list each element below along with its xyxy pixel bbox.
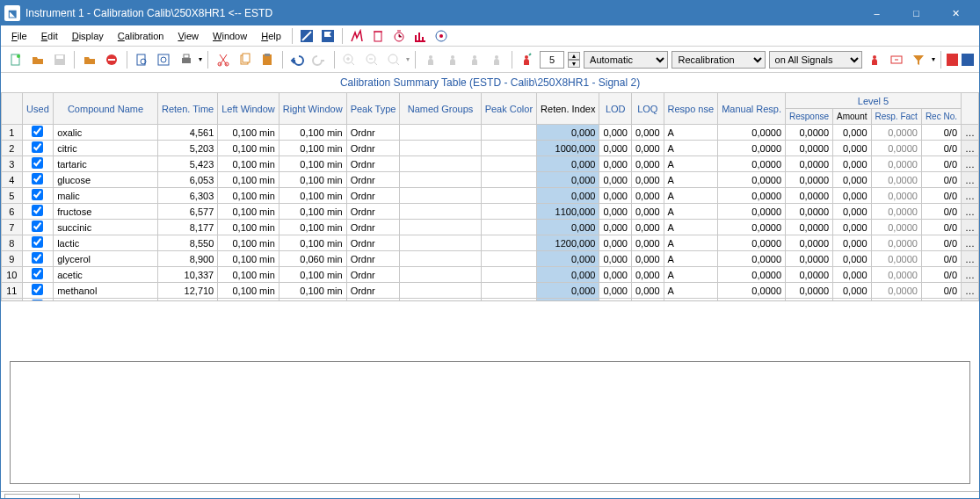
- target-icon[interactable]: [432, 27, 450, 45]
- response-cell[interactable]: 0,0000: [786, 283, 833, 299]
- used-checkbox[interactable]: [22, 172, 53, 188]
- pt-cell[interactable]: Ordnr: [346, 235, 400, 251]
- row-menu-button[interactable]: …: [962, 220, 979, 235]
- rt-cell[interactable]: 5,423: [157, 156, 217, 172]
- rf-cell[interactable]: 0,0000: [871, 283, 921, 299]
- lw-cell[interactable]: 0,100 min: [218, 156, 279, 172]
- help-toggle-icon[interactable]: [298, 27, 316, 45]
- loq-cell[interactable]: 0,000: [631, 220, 664, 235]
- used-checkbox[interactable]: [22, 204, 53, 220]
- rt-cell[interactable]: 12,710: [157, 283, 217, 299]
- response-cell[interactable]: 0,0000: [786, 235, 833, 251]
- menu-file[interactable]: File: [6, 29, 33, 43]
- pt-cell[interactable]: Ordnr: [346, 125, 400, 141]
- ri-cell[interactable]: 0,000: [537, 267, 599, 283]
- used-checkbox[interactable]: [22, 283, 53, 299]
- pt-cell[interactable]: Ordnr: [346, 283, 400, 299]
- pc-cell[interactable]: [481, 251, 536, 267]
- loq-cell[interactable]: 0,000: [631, 172, 664, 188]
- resp-cell[interactable]: A: [664, 172, 718, 188]
- row-menu-button[interactable]: …: [962, 141, 979, 156]
- used-checkbox[interactable]: [22, 188, 53, 204]
- mrf-cell[interactable]: 0,0000: [718, 235, 786, 251]
- rt-cell[interactable]: 6,577: [157, 204, 217, 220]
- response-cell[interactable]: 0,0000: [786, 267, 833, 283]
- rf-cell[interactable]: 0,0000: [871, 141, 921, 156]
- menu-calibration[interactable]: Calibration: [113, 29, 170, 43]
- rt-cell[interactable]: 6,053: [157, 172, 217, 188]
- lw-cell[interactable]: 0,100 min: [218, 141, 279, 156]
- spinner-buttons[interactable]: ▲▼: [568, 52, 580, 68]
- col-ri[interactable]: Reten. Index: [537, 93, 599, 125]
- zoom-in-icon[interactable]: [340, 50, 359, 69]
- rw-cell[interactable]: 0,100 min: [279, 220, 346, 235]
- rf-cell[interactable]: 0,0000: [871, 235, 921, 251]
- row-menu-button[interactable]: …: [962, 283, 979, 299]
- mrf-cell[interactable]: 0,0000: [718, 220, 786, 235]
- color-red[interactable]: [947, 54, 958, 66]
- lw-cell[interactable]: 0,100 min: [218, 188, 279, 204]
- ri-cell[interactable]: 0,000: [537, 283, 599, 299]
- compound-cell[interactable]: lactic: [54, 235, 158, 251]
- tab-glucose[interactable]: glucose: [209, 494, 260, 499]
- pt-cell[interactable]: Ordnr: [346, 267, 400, 283]
- rf-cell[interactable]: 0,0000: [871, 156, 921, 172]
- rt-cell[interactable]: 4,561: [157, 125, 217, 141]
- rt-cell[interactable]: 5,203: [157, 141, 217, 156]
- ri-cell[interactable]: 1100,000: [537, 204, 599, 220]
- tab-tartaric[interactable]: tartaric: [162, 494, 209, 499]
- col-amount[interactable]: Amount: [833, 109, 871, 125]
- resp-cell[interactable]: A: [664, 141, 718, 156]
- rf-cell[interactable]: 0,0000: [871, 251, 921, 267]
- compound-cell[interactable]: methanol: [54, 283, 158, 299]
- rec-cell[interactable]: 0/0: [921, 188, 961, 204]
- compound-cell[interactable]: tartaric: [54, 156, 158, 172]
- mrf-cell[interactable]: 0,0000: [718, 188, 786, 204]
- loq-cell[interactable]: 0,000: [631, 283, 664, 299]
- resp-cell[interactable]: A: [664, 283, 718, 299]
- tab-succinic[interactable]: succinic: [352, 494, 403, 499]
- amount-cell[interactable]: 0,000: [833, 235, 871, 251]
- lw-cell[interactable]: 0,100 min: [218, 283, 279, 299]
- rec-cell[interactable]: 0/0: [921, 235, 961, 251]
- rf-cell[interactable]: 0,0000: [871, 125, 921, 141]
- tab-lactic[interactable]: lactic: [403, 494, 443, 499]
- tab-ethanol[interactable]: ethanol: [594, 494, 643, 499]
- row-menu-button[interactable]: …: [962, 204, 979, 220]
- mode-combo[interactable]: Automatic: [584, 51, 668, 69]
- used-checkbox[interactable]: [22, 267, 53, 283]
- col-lw[interactable]: Left Window: [218, 93, 279, 125]
- lw-cell[interactable]: 0,100 min: [218, 204, 279, 220]
- amount-cell[interactable]: 0,000: [833, 251, 871, 267]
- resp-cell[interactable]: A: [664, 267, 718, 283]
- rf-cell[interactable]: 0,0000: [871, 220, 921, 235]
- mrf-cell[interactable]: 0,0000: [718, 141, 786, 156]
- ri-cell[interactable]: 0,000: [537, 220, 599, 235]
- mrf-cell[interactable]: 0,0000: [718, 125, 786, 141]
- compound-cell[interactable]: glucose: [54, 172, 158, 188]
- man4-icon[interactable]: [488, 50, 506, 69]
- pc-cell[interactable]: [481, 283, 536, 299]
- undo-icon[interactable]: [288, 50, 307, 69]
- pc-cell[interactable]: [481, 204, 536, 220]
- rt-cell[interactable]: 8,900: [157, 251, 217, 267]
- lw-cell[interactable]: 0,100 min: [218, 235, 279, 251]
- chart-icon[interactable]: [411, 27, 429, 45]
- rec-cell[interactable]: 0/0: [921, 172, 961, 188]
- ng-cell[interactable]: [400, 141, 481, 156]
- ri-cell[interactable]: 1200,000: [537, 235, 599, 251]
- man1-icon[interactable]: [421, 50, 439, 69]
- rec-cell[interactable]: 0/0: [921, 267, 961, 283]
- table-row[interactable]: 11methanol12,7100,100 min0,100 minOrdnr0…: [2, 283, 979, 299]
- ng-cell[interactable]: [400, 156, 481, 172]
- lw-cell[interactable]: 0,100 min: [218, 251, 279, 267]
- rec-cell[interactable]: 0/0: [921, 141, 961, 156]
- pt-cell[interactable]: Ordnr: [346, 204, 400, 220]
- used-checkbox[interactable]: [22, 125, 53, 141]
- loq-cell[interactable]: 0,000: [631, 251, 664, 267]
- ng-cell[interactable]: [400, 188, 481, 204]
- copy-icon[interactable]: [236, 50, 254, 69]
- loq-cell[interactable]: 0,000: [631, 125, 664, 141]
- col-used[interactable]: Used: [22, 93, 53, 125]
- col-loq[interactable]: LOQ: [631, 93, 664, 125]
